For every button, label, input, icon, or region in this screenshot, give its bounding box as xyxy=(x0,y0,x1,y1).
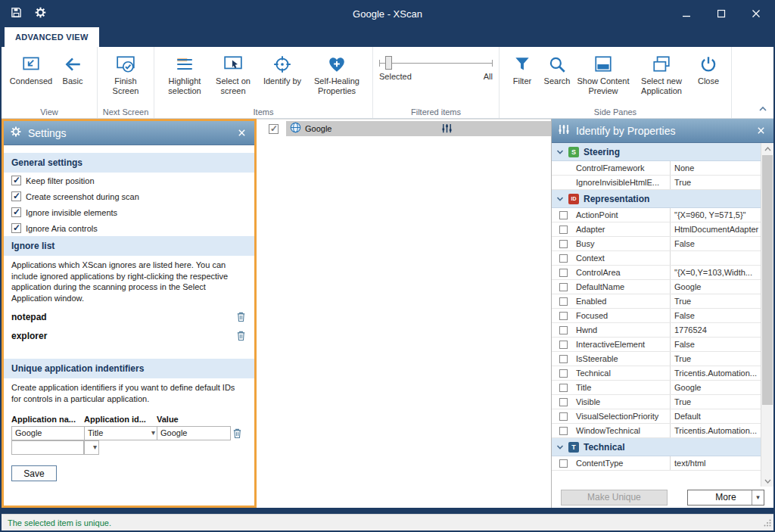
checkbox-icon[interactable] xyxy=(11,191,21,201)
scrollbar[interactable] xyxy=(761,143,773,487)
property-value[interactable]: True xyxy=(670,176,761,189)
property-checkbox[interactable] xyxy=(559,240,568,248)
checkbox-icon[interactable] xyxy=(11,176,21,185)
property-value[interactable]: True xyxy=(670,395,761,409)
property-row[interactable]: IsSteerableTrue xyxy=(552,352,761,366)
close-button[interactable] xyxy=(739,0,773,27)
highlight-selection-button[interactable]: Highlight selection xyxy=(160,50,209,95)
chevron-down-icon[interactable] xyxy=(556,196,564,202)
close-icon[interactable] xyxy=(235,126,248,140)
property-row[interactable]: IgnoreInvisibleHtmlE...True xyxy=(552,176,761,190)
identify-by-properties-icon[interactable] xyxy=(441,123,453,137)
select-new-application-button[interactable]: Select new Application xyxy=(631,50,692,95)
property-value[interactable]: True xyxy=(670,294,761,308)
scrollbar-thumb[interactable] xyxy=(762,155,773,405)
delete-icon[interactable] xyxy=(231,428,243,439)
slider-thumb[interactable] xyxy=(385,56,392,70)
property-row[interactable]: Hwnd1776524 xyxy=(552,323,761,338)
property-value[interactable]: "{X=960, Y=571,5}" xyxy=(670,208,761,222)
chevron-down-icon[interactable] xyxy=(556,444,564,450)
checkbox-icon[interactable] xyxy=(11,207,21,217)
property-checkbox[interactable] xyxy=(559,384,568,392)
more-button[interactable]: More xyxy=(687,490,764,506)
property-row[interactable]: ControlArea"{X=0,Y=103,Width... xyxy=(552,266,761,280)
property-value[interactable]: HtmlDocumentAdapter xyxy=(670,222,761,236)
property-value[interactable]: text/html xyxy=(670,456,761,470)
checkbox-icon[interactable] xyxy=(11,223,21,233)
property-value[interactable]: True xyxy=(670,352,761,366)
property-checkbox[interactable] xyxy=(559,369,568,378)
property-row[interactable]: EnabledTrue xyxy=(552,294,761,309)
show-content-preview-button[interactable]: Show Content Preview xyxy=(575,50,631,95)
condensed-button[interactable]: Condensed xyxy=(8,50,54,86)
identify-by-button[interactable]: Identify by xyxy=(257,50,307,86)
property-group-header[interactable]: Technical xyxy=(552,438,761,456)
property-value[interactable]: Google xyxy=(670,280,761,294)
property-checkbox[interactable] xyxy=(559,254,568,263)
application-name-cell[interactable]: Google xyxy=(11,426,84,440)
property-value[interactable]: Tricentis.Automation... xyxy=(670,424,761,437)
make-unique-button[interactable]: Make Unique xyxy=(561,490,668,506)
property-row[interactable]: ActionPoint"{X=960, Y=571,5}" xyxy=(552,208,761,222)
property-row[interactable]: DefaultNameGoogle xyxy=(552,280,761,294)
property-value[interactable]: Default xyxy=(670,409,761,423)
property-value[interactable]: False xyxy=(670,237,761,250)
property-row[interactable]: FocusedFalse xyxy=(552,309,761,323)
property-row[interactable]: Context xyxy=(552,251,761,266)
delete-icon[interactable] xyxy=(235,330,247,341)
application-name-cell-empty[interactable] xyxy=(11,440,84,455)
search-button[interactable]: Search xyxy=(539,50,575,86)
maximize-button[interactable] xyxy=(704,0,739,27)
property-value[interactable] xyxy=(670,251,761,265)
application-id-dropdown-empty[interactable] xyxy=(84,440,99,455)
save-icon[interactable] xyxy=(11,7,22,21)
property-group-header[interactable]: Representation xyxy=(552,190,761,208)
delete-icon[interactable] xyxy=(235,311,247,322)
property-checkbox[interactable] xyxy=(559,355,568,363)
property-checkbox[interactable] xyxy=(559,283,568,291)
property-checkbox[interactable] xyxy=(559,459,568,468)
tree-row-google[interactable]: Google xyxy=(257,121,551,136)
property-checkbox[interactable] xyxy=(559,341,568,349)
close-icon[interactable] xyxy=(754,124,767,138)
scroll-up-arrow-icon[interactable] xyxy=(761,143,773,154)
chevron-down-icon[interactable] xyxy=(752,490,764,505)
property-checkbox[interactable] xyxy=(559,312,568,320)
self-healing-properties-button[interactable]: Self-Healing Properties xyxy=(307,50,366,95)
settings-checkbox-row[interactable]: Create screenshot during scan xyxy=(4,188,254,204)
chevron-down-icon[interactable] xyxy=(556,149,564,155)
property-value[interactable]: None xyxy=(670,161,761,175)
save-button[interactable]: Save xyxy=(11,465,57,481)
property-row[interactable]: ControlFrameworkNone xyxy=(552,161,761,176)
minimize-button[interactable] xyxy=(669,0,704,27)
property-row[interactable]: AdapterHtmlDocumentAdapter xyxy=(552,222,761,237)
tree-selected-item[interactable]: Google xyxy=(286,121,551,136)
property-value[interactable]: "{X=0,Y=103,Width... xyxy=(670,266,761,279)
settings-checkbox-row[interactable]: Ignore Aria controls xyxy=(4,220,254,236)
gear-icon[interactable] xyxy=(34,6,47,22)
tab-advanced-view[interactable]: ADVANCED VIEW xyxy=(5,27,99,47)
application-id-dropdown[interactable]: Title xyxy=(84,426,157,440)
property-checkbox[interactable] xyxy=(559,297,568,306)
property-checkbox[interactable] xyxy=(559,326,568,334)
property-row[interactable]: TitleGoogle xyxy=(552,381,761,395)
property-value[interactable]: 1776524 xyxy=(670,323,761,337)
property-checkbox[interactable] xyxy=(559,398,568,406)
select-on-screen-button[interactable]: Select on screen xyxy=(209,50,257,95)
property-row[interactable]: VisibleTrue xyxy=(552,395,761,409)
property-checkbox[interactable] xyxy=(559,211,568,219)
settings-checkbox-row[interactable]: Keep filter position xyxy=(4,173,254,188)
value-cell[interactable]: Google xyxy=(157,426,231,440)
property-value[interactable]: Tricentis.Automation... xyxy=(670,366,761,380)
filter-button[interactable]: Filter xyxy=(506,50,539,86)
settings-checkbox-row[interactable]: Ignore invisible elements xyxy=(4,204,254,220)
property-checkbox[interactable] xyxy=(559,269,568,277)
property-checkbox[interactable] xyxy=(559,427,568,435)
basic-button[interactable]: Basic xyxy=(54,50,91,86)
property-row[interactable]: InteractiveElementFalse xyxy=(552,338,761,352)
property-row[interactable]: VisualSelectionPriorityDefault xyxy=(552,409,761,424)
property-checkbox[interactable] xyxy=(559,226,568,234)
property-checkbox[interactable] xyxy=(559,412,568,421)
filtered-items-slider[interactable] xyxy=(379,56,493,70)
resize-grip[interactable] xyxy=(764,519,771,528)
